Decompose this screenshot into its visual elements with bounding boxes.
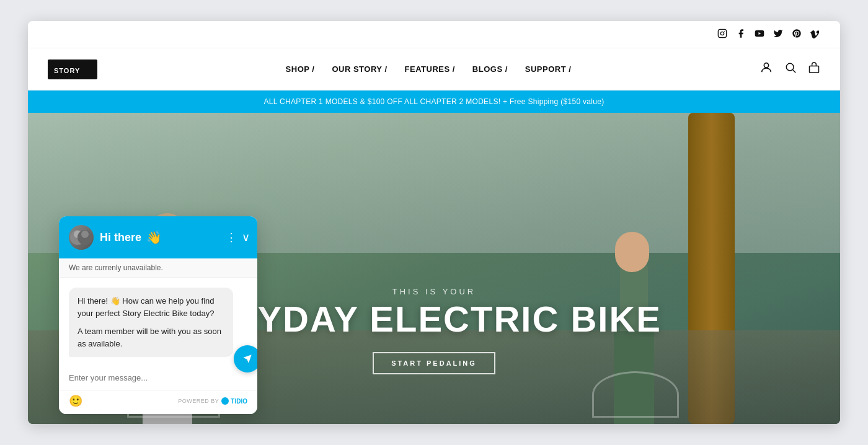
promo-banner[interactable]: ALL CHAPTER 1 MODELS & $100 OFF ALL CHAP… <box>28 90 840 113</box>
search-icon[interactable] <box>784 61 797 77</box>
chat-send-button[interactable] <box>234 345 257 372</box>
cart-icon[interactable] <box>808 61 820 77</box>
account-icon[interactable] <box>760 61 773 77</box>
chat-title: Hi there 👋 <box>100 230 162 245</box>
message-line-1: Hi there! 👋 How can we help you find you… <box>78 295 224 319</box>
browser-window: STORY SHOP / OUR STORY / FEATURES / BLOG… <box>28 21 840 424</box>
nav-icon-group <box>760 61 820 77</box>
chat-status: We are currenly unavailable. <box>59 258 257 278</box>
svg-point-12 <box>81 231 89 238</box>
nav-our-story[interactable]: OUR STORY / <box>332 64 387 74</box>
instagram-icon[interactable] <box>717 29 727 41</box>
nav-blogs[interactable]: BLOGS / <box>472 64 508 74</box>
nav-links: SHOP / OUR STORY / FEATURES / BLOGS / SU… <box>286 64 572 74</box>
svg-point-1 <box>720 32 724 35</box>
svg-rect-8 <box>809 66 818 73</box>
chat-widget: Hi there 👋 ⋮ ∨ We are currenly unavailab… <box>59 216 257 414</box>
tidio-logo: TIDIO <box>221 397 247 405</box>
chat-menu-button[interactable]: ⋮ <box>226 232 237 243</box>
chat-message-bubble: Hi there! 👋 How can we help you find you… <box>69 288 233 357</box>
site-logo[interactable]: STORY <box>48 59 97 79</box>
wave-emoji: 👋 <box>146 230 162 245</box>
message-line-2: A team member will be with you as soon a… <box>78 325 224 350</box>
nav-shop[interactable]: SHOP / <box>286 64 315 74</box>
avatar <box>69 225 94 250</box>
powered-by: POWERED BY TIDIO <box>178 397 247 405</box>
social-bar <box>28 21 840 48</box>
facebook-icon[interactable] <box>736 29 746 41</box>
emoji-picker-button[interactable]: 🙂 <box>69 394 82 408</box>
twitter-icon[interactable] <box>773 29 783 41</box>
chat-header: Hi there 👋 ⋮ ∨ <box>59 216 257 258</box>
promo-text: ALL CHAPTER 1 MODELS & $100 OFF ALL CHAP… <box>264 97 604 106</box>
svg-point-6 <box>786 63 794 71</box>
start-pedaling-button[interactable]: START PEDALING <box>373 352 495 374</box>
chat-input-row <box>69 373 247 382</box>
nav-bar: STORY SHOP / OUR STORY / FEATURES / BLOG… <box>28 48 840 90</box>
svg-line-7 <box>793 70 796 73</box>
svg-point-5 <box>764 63 768 68</box>
nav-features[interactable]: FEATURES / <box>405 64 455 74</box>
svg-point-2 <box>724 30 725 31</box>
chat-header-actions: ⋮ ∨ <box>226 232 250 243</box>
chat-message-input[interactable] <box>69 373 247 382</box>
nav-support[interactable]: SUPPORT / <box>525 64 572 74</box>
svg-text:STORY: STORY <box>54 67 80 74</box>
chat-footer: 🙂 POWERED BY TIDIO <box>59 390 257 414</box>
svg-rect-0 <box>718 29 726 37</box>
chat-minimize-button[interactable]: ∨ <box>242 232 250 243</box>
youtube-icon[interactable] <box>755 29 764 41</box>
pinterest-icon[interactable] <box>792 29 802 41</box>
chat-messages: Hi there! 👋 How can we help you find you… <box>59 278 257 367</box>
vimeo-icon[interactable] <box>810 29 820 41</box>
